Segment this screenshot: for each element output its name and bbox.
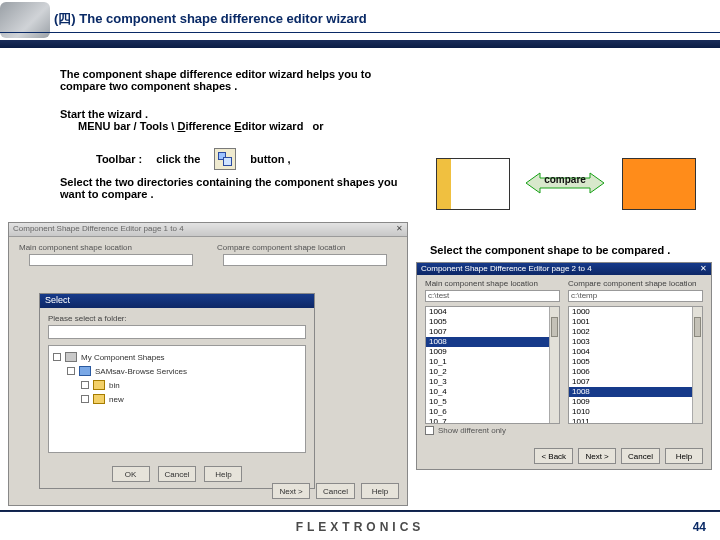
list-item[interactable]: 1009: [426, 347, 559, 357]
ok-button[interactable]: OK: [112, 466, 150, 482]
title-underline: [0, 32, 720, 33]
close-icon[interactable]: ✕: [700, 264, 707, 274]
folder-b-icon: [622, 158, 696, 210]
folder-icon: [93, 394, 105, 404]
cancel-button[interactable]: Cancel: [621, 448, 660, 464]
list-item[interactable]: 10_1: [426, 357, 559, 367]
close-icon[interactable]: ✕: [396, 224, 403, 235]
wizard2-right-label: Compare component shape location: [568, 279, 703, 288]
list-item[interactable]: 1008: [426, 337, 559, 347]
help-button[interactable]: Help: [361, 483, 399, 499]
select-dialog-combo[interactable]: [48, 325, 306, 339]
list-item[interactable]: 1006: [569, 367, 702, 377]
list-item[interactable]: 1007: [569, 377, 702, 387]
wizard2-title: Component Shape Difference Editor page 2…: [421, 264, 592, 274]
folder-icon: [79, 366, 91, 376]
toolbar-prefix: Toolbar :: [96, 153, 142, 165]
footer-logo: FLEXTRONICS: [0, 520, 720, 534]
select-dialog-label: Please select a folder:: [48, 314, 306, 323]
page-number: 44: [693, 520, 706, 534]
cancel-button[interactable]: Cancel: [316, 483, 355, 499]
wizard2-left-label: Main component shape location: [425, 279, 560, 288]
select-dirs-text: Select the two directories containing th…: [60, 176, 400, 200]
list-item[interactable]: 1008: [569, 387, 702, 397]
list-item[interactable]: 1004: [569, 347, 702, 357]
list-item[interactable]: 1000: [569, 307, 702, 317]
wizard1-title: Component Shape Difference Editor page 1…: [13, 224, 184, 235]
folder-icon: [65, 352, 77, 362]
list-item[interactable]: 10_7: [426, 417, 559, 424]
toolbar-click-label: click the: [156, 153, 200, 165]
list-item[interactable]: 1002: [569, 327, 702, 337]
tree-item-label: new: [109, 395, 124, 404]
list-item[interactable]: 1005: [569, 357, 702, 367]
list-item[interactable]: 10_2: [426, 367, 559, 377]
list-item[interactable]: 1003: [569, 337, 702, 347]
wizard2-right-list[interactable]: 1000100110021003100410051006100710081009…: [568, 306, 703, 424]
tree-item-label: My Component Shapes: [81, 353, 165, 362]
diff-only-checkbox[interactable]: [425, 426, 434, 435]
start-label: Start the wizard .: [60, 108, 148, 120]
folder-compare-diagram: compare: [436, 154, 696, 220]
intro-text: The component shape difference editor wi…: [60, 68, 400, 92]
list-item[interactable]: 1007: [426, 327, 559, 337]
cancel-button[interactable]: Cancel: [158, 466, 197, 482]
footer-divider: [0, 510, 720, 512]
wizard2-left-path[interactable]: c:\test: [425, 290, 560, 302]
select-dialog-title: Select: [40, 294, 314, 308]
list-item[interactable]: 1010: [569, 407, 702, 417]
wizard2-left-list[interactable]: 1004100510071008100910_110_210_310_410_5…: [425, 306, 560, 424]
folder-a-icon: [436, 158, 510, 210]
list-item[interactable]: 1009: [569, 397, 702, 407]
wizard2-right-path[interactable]: c:\temp: [568, 290, 703, 302]
compare-label: compare: [526, 174, 604, 185]
start-instructions: Start the wizard . MENU bar / Tools \ Di…: [60, 108, 420, 132]
wizard1-right-path-input[interactable]: [223, 254, 387, 266]
list-item[interactable]: 1001: [569, 317, 702, 327]
scrollbar[interactable]: [549, 307, 559, 423]
wizard-page2-screenshot: Component Shape Difference Editor page 2…: [416, 262, 712, 470]
slide-title: (四) The component shape difference edito…: [54, 10, 367, 28]
next-button[interactable]: Next >: [272, 483, 310, 499]
list-item[interactable]: 1005: [426, 317, 559, 327]
list-item[interactable]: 10_5: [426, 397, 559, 407]
folder-select-dialog: Select Please select a folder: My Compon…: [39, 293, 315, 489]
toolbar-suffix: button ,: [250, 153, 290, 165]
caption-select-shape: Select the component shape to be compare…: [430, 244, 670, 256]
wizard1-left-label: Main component shape location: [19, 243, 199, 252]
diff-only-label: Show different only: [438, 426, 506, 435]
menu-path: MENU bar / Tools \ Difference Editor wiz…: [60, 120, 420, 132]
list-item[interactable]: 1004: [426, 307, 559, 317]
next-button[interactable]: Next >: [578, 448, 616, 464]
list-item[interactable]: 1011: [569, 417, 702, 424]
help-button[interactable]: Help: [665, 448, 703, 464]
wizard1-left-path-input[interactable]: [29, 254, 193, 266]
wizard1-right-label: Compare component shape location: [217, 243, 397, 252]
list-item[interactable]: 10_6: [426, 407, 559, 417]
compare-arrow-icon: compare: [526, 172, 604, 194]
wizard-page1-screenshot: Component Shape Difference Editor page 1…: [8, 222, 408, 506]
tree-item-label: bin: [109, 381, 120, 390]
back-button[interactable]: < Back: [534, 448, 573, 464]
list-item[interactable]: 10_4: [426, 387, 559, 397]
folder-tree[interactable]: My Component Shapes SAMsav-Browse Servic…: [48, 345, 306, 453]
scrollbar[interactable]: [692, 307, 702, 423]
tree-item-label: SAMsav-Browse Services: [95, 367, 187, 376]
diff-editor-toolbar-icon[interactable]: [214, 148, 236, 170]
header-bar: [0, 40, 720, 48]
list-item[interactable]: 10_3: [426, 377, 559, 387]
folder-icon: [93, 380, 105, 390]
help-button[interactable]: Help: [204, 466, 242, 482]
